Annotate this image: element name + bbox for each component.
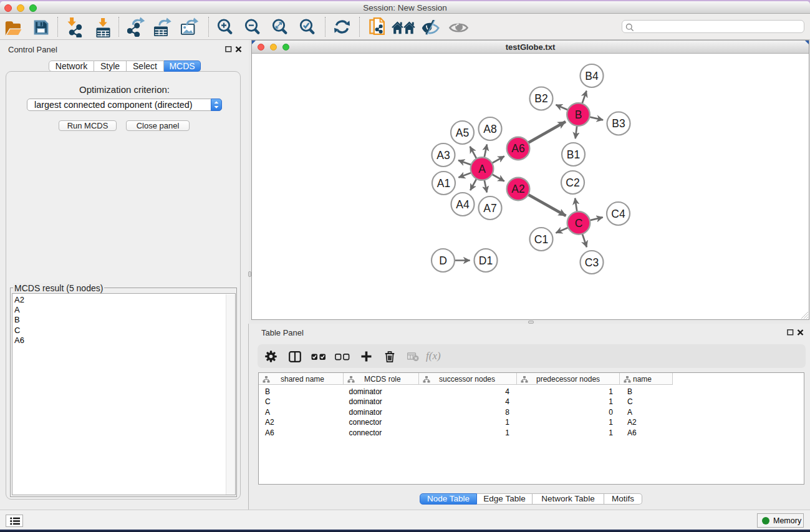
svg-text:f(x): f(x) [426,351,441,362]
svg-text:C1: C1 [534,233,548,246]
svg-text:B: B [575,109,582,121]
svg-text:A1: A1 [437,177,450,190]
svg-text:B2: B2 [534,92,547,105]
svg-text:A: A [478,163,486,175]
svg-text:D: D [439,254,447,267]
svg-text:A8: A8 [483,123,496,135]
svg-text:D1: D1 [479,254,493,267]
svg-text:B4: B4 [585,70,599,82]
svg-text:C2: C2 [566,177,579,189]
svg-text:B3: B3 [612,117,625,130]
svg-text:A4: A4 [456,198,470,211]
svg-text:C: C [575,217,583,230]
svg-text:A2: A2 [511,183,524,195]
svg-text:C3: C3 [585,256,599,269]
svg-text:A5: A5 [456,127,469,139]
svg-text:A6: A6 [511,142,524,155]
svg-text:A3: A3 [436,149,450,162]
svg-text:A7: A7 [483,202,496,215]
svg-text:C4: C4 [611,208,625,220]
svg-text:B1: B1 [567,148,580,161]
